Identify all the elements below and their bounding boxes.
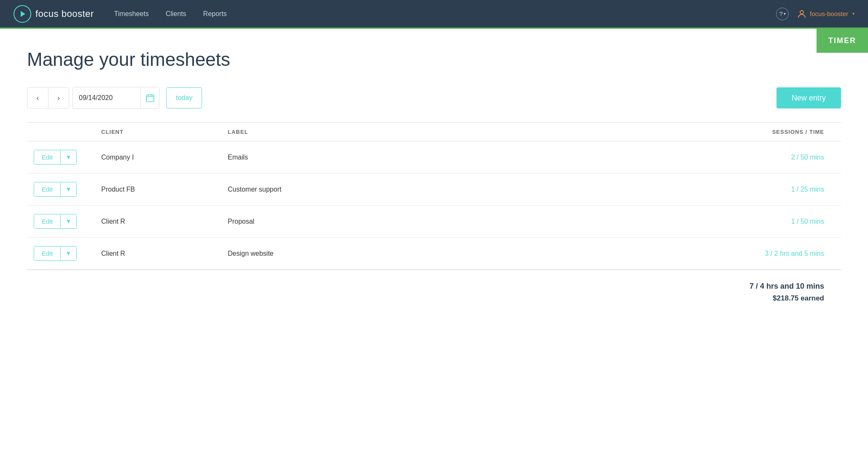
date-controls: ‹ › today New entry bbox=[27, 87, 841, 109]
table-header-row: CLIENT LABEL SESSIONS / TIME bbox=[27, 123, 841, 141]
user-icon bbox=[797, 9, 806, 19]
page-title: Manage your timesheets bbox=[27, 49, 841, 70]
edit-group-3: Edit ▼ bbox=[34, 246, 77, 261]
table-cell-client-1: Product FB bbox=[94, 173, 221, 206]
next-date-button[interactable]: › bbox=[48, 87, 69, 108]
nav-links: Timesheets Clients Reports bbox=[114, 10, 776, 18]
help-icon: ? bbox=[779, 10, 782, 17]
edit-group-0: Edit ▼ bbox=[34, 150, 77, 165]
table-cell-client-0: Company I bbox=[94, 141, 221, 173]
edit-group-1: Edit ▼ bbox=[34, 182, 77, 197]
timesheet-table: CLIENT LABEL SESSIONS / TIME Edit ▼ Comp… bbox=[27, 122, 841, 270]
edit-button-3[interactable]: Edit bbox=[34, 246, 60, 260]
user-dropdown-icon: ▾ bbox=[852, 11, 855, 16]
timer-button[interactable]: TIMER bbox=[817, 29, 868, 53]
edit-button-1[interactable]: Edit bbox=[34, 182, 60, 196]
table-cell-sessions-3: 3 / 2 hrs and 5 mins bbox=[390, 238, 841, 270]
col-header-label: LABEL bbox=[221, 123, 390, 141]
table-row: Edit ▼ Client R Proposal 1 / 50 mins bbox=[27, 206, 841, 238]
nav-reports[interactable]: Reports bbox=[203, 10, 227, 18]
main-content: Manage your timesheets ‹ › today New ent… bbox=[0, 29, 868, 471]
table-cell-label-3: Design website bbox=[221, 238, 390, 270]
table-cell-actions-0: Edit ▼ bbox=[27, 141, 94, 173]
navbar: focus booster Timesheets Clients Reports… bbox=[0, 0, 868, 29]
help-dropdown-icon: ▾ bbox=[784, 11, 786, 16]
totals-earned: $218.75 earned bbox=[27, 294, 824, 303]
svg-point-1 bbox=[800, 11, 803, 14]
col-header-sessions: SESSIONS / TIME bbox=[390, 123, 841, 141]
table-cell-sessions-0: 2 / 50 mins bbox=[390, 141, 841, 173]
svg-marker-0 bbox=[21, 11, 25, 17]
help-button[interactable]: ? ▾ bbox=[776, 8, 789, 20]
table-cell-label-2: Proposal bbox=[221, 206, 390, 238]
table-cell-label-0: Emails bbox=[221, 141, 390, 173]
user-menu-button[interactable]: focus-booster ▾ bbox=[797, 9, 855, 19]
edit-dropdown-arrow-icon-0: ▼ bbox=[66, 154, 71, 160]
brand-logo-icon bbox=[13, 5, 31, 23]
edit-dropdown-button-1[interactable]: ▼ bbox=[60, 183, 76, 196]
edit-dropdown-button-3[interactable]: ▼ bbox=[60, 247, 76, 260]
edit-dropdown-arrow-icon-2: ▼ bbox=[66, 218, 71, 225]
table-row: Edit ▼ Product FB Customer support 1 / 2… bbox=[27, 173, 841, 206]
calendar-icon bbox=[146, 94, 154, 102]
new-entry-button[interactable]: New entry bbox=[776, 87, 841, 108]
table-row: Edit ▼ Client R Design website 3 / 2 hrs… bbox=[27, 238, 841, 270]
table-cell-label-1: Customer support bbox=[221, 173, 390, 206]
date-input[interactable] bbox=[73, 87, 140, 108]
calendar-icon-button[interactable] bbox=[140, 87, 159, 108]
brand-name: focus booster bbox=[35, 8, 94, 19]
col-header-client: CLIENT bbox=[94, 123, 221, 141]
edit-dropdown-button-0[interactable]: ▼ bbox=[60, 151, 76, 164]
totals-sessions-time: 7 / 4 hrs and 10 mins bbox=[27, 282, 824, 291]
prev-date-button[interactable]: ‹ bbox=[27, 87, 48, 108]
brand: focus booster bbox=[13, 5, 94, 23]
table-cell-sessions-2: 1 / 50 mins bbox=[390, 206, 841, 238]
user-name: focus-booster bbox=[810, 10, 848, 17]
edit-group-2: Edit ▼ bbox=[34, 214, 77, 229]
nav-right: ? ▾ focus-booster ▾ bbox=[776, 8, 855, 20]
edit-dropdown-arrow-icon-1: ▼ bbox=[66, 186, 71, 192]
table-cell-actions-1: Edit ▼ bbox=[27, 173, 94, 206]
today-button[interactable]: today bbox=[166, 87, 202, 108]
date-input-wrapper bbox=[73, 87, 159, 109]
table-cell-actions-2: Edit ▼ bbox=[27, 206, 94, 238]
nav-timesheets[interactable]: Timesheets bbox=[114, 10, 149, 18]
svg-rect-2 bbox=[146, 95, 154, 102]
edit-button-0[interactable]: Edit bbox=[34, 150, 60, 164]
edit-dropdown-arrow-icon-3: ▼ bbox=[66, 250, 71, 257]
table-cell-sessions-1: 1 / 25 mins bbox=[390, 173, 841, 206]
nav-clients[interactable]: Clients bbox=[166, 10, 186, 18]
table-cell-actions-3: Edit ▼ bbox=[27, 238, 94, 270]
col-header-actions bbox=[27, 123, 94, 141]
edit-dropdown-button-2[interactable]: ▼ bbox=[60, 215, 76, 228]
table-cell-client-2: Client R bbox=[94, 206, 221, 238]
table-cell-client-3: Client R bbox=[94, 238, 221, 270]
table-row: Edit ▼ Company I Emails 2 / 50 mins bbox=[27, 141, 841, 173]
edit-button-2[interactable]: Edit bbox=[34, 214, 60, 228]
totals-section: 7 / 4 hrs and 10 mins $218.75 earned bbox=[27, 270, 841, 303]
